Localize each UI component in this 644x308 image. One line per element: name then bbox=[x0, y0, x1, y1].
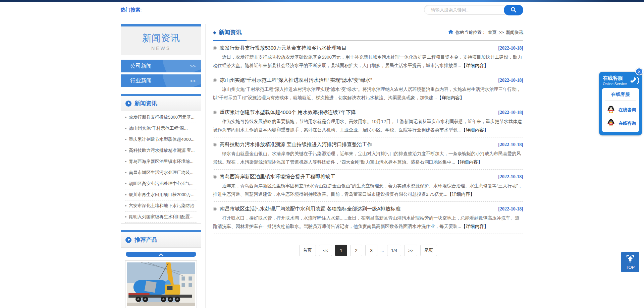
bullet-icon bbox=[125, 117, 126, 118]
sidebar-title: 新闻资讯 bbox=[121, 32, 201, 45]
sidebar-item-company-news[interactable]: 公司新闻 >> bbox=[121, 60, 201, 72]
sidebar-news-item[interactable]: 凉山州实施“千村示范工程”深... bbox=[125, 123, 197, 134]
sidebar-news-text: 农发行新县支行投放5300万元基... bbox=[129, 114, 195, 120]
article-summary: 近日，农发行新县支行成功投放农发基础设施基金5300万元，用于补充新县城乡污水处… bbox=[213, 53, 523, 70]
sidebar-news-item[interactable]: 银川市再生水回用项目获2000万... bbox=[125, 189, 197, 200]
article-bullet-icon bbox=[213, 207, 217, 211]
article-more-link[interactable]: 【详细内容】 bbox=[437, 95, 464, 100]
sidebar-news-text: 重庆累计创建节水型载体超4000... bbox=[129, 136, 195, 142]
play-icon bbox=[125, 101, 131, 107]
sidebar-item-industry-news[interactable]: 行业新闻 >> bbox=[121, 74, 201, 87]
article-summary-text: 凉山州实施“千村示范工程”深入推进农村污水治理实现“滤水”变“绿水”。将污水治理… bbox=[213, 87, 521, 100]
bullet-icon bbox=[125, 194, 126, 195]
article-date: [2022-10-18] bbox=[498, 110, 523, 115]
category-label: 行业新闻 bbox=[130, 77, 152, 84]
sidebar-news-text: 凉山州实施“千村示范工程”深... bbox=[129, 125, 188, 131]
section-title: ◆ 新闻资讯 bbox=[213, 28, 241, 36]
article-title[interactable]: 凉山州实施“千村示范工程”深入推进农村污水治理 实现“滤水”变“绿水” bbox=[220, 77, 495, 83]
article-title[interactable]: 农发行新县支行投放5300万元基金支持城乡污水处理项目 bbox=[220, 45, 495, 51]
sidebar: 新闻资讯 NEWS 公司新闻 >> 行业新闻 >> 新闻资讯 农发行新县支行投放… bbox=[121, 24, 201, 308]
pagination-button-1/4[interactable]: 1/4 bbox=[387, 245, 401, 256]
arrow-up-icon bbox=[626, 255, 635, 264]
sidebar-news-item[interactable]: 朝阳区高安屯污泥处理中心沼气... bbox=[125, 178, 197, 189]
article-bullet-icon bbox=[213, 78, 217, 82]
article-date: [2022-10-18] bbox=[498, 174, 523, 180]
service-consult-link: 在线咨询 bbox=[619, 107, 636, 113]
products-panel-header: 推荐产品 bbox=[121, 232, 201, 248]
sidebar-news-list: 农发行新县支行投放5300万元基...凉山州实施“千村示范工程”深...重庆累计… bbox=[121, 111, 201, 223]
article-more-link[interactable]: 【详细内容】 bbox=[461, 224, 488, 229]
sidebar-categories: 公司新闻 >> 行业新闻 >> bbox=[121, 60, 201, 87]
category-label: 公司新闻 bbox=[130, 63, 152, 70]
sidebar-news-item[interactable]: 重庆累计创建节水型载体超4000... bbox=[125, 134, 197, 145]
play-icon bbox=[125, 237, 131, 243]
article-title[interactable]: 南昌市城区生活污水处理厂均装配中水利用装置 各项指标全部达到一级A排放标准 bbox=[220, 206, 495, 212]
magnifier-icon bbox=[510, 6, 517, 14]
chevron-up-icon bbox=[158, 251, 164, 257]
sidebar-news-item[interactable]: 青岛西海岸新区泊里镇水环境综... bbox=[125, 156, 197, 167]
pagination-button-1[interactable]: 1 bbox=[335, 245, 347, 256]
service-row[interactable]: 在线咨询 bbox=[605, 119, 636, 128]
double-chevron-right-icon: >> bbox=[190, 78, 196, 83]
pagination-button-<<[interactable]: << bbox=[319, 245, 332, 256]
sidebar-news-item[interactable]: 南昌市城区生活污水处理厂均装... bbox=[125, 167, 197, 178]
pagination-button-3[interactable]: 3 bbox=[365, 245, 377, 256]
sidebar-accent-bar bbox=[121, 24, 201, 26]
article-more-link[interactable]: 【详细内容】 bbox=[447, 192, 475, 197]
article-summary: 绿水青山就是金山银山。水清岸净的关键在于污染源治理，近年来，宝山对入河排污口的排… bbox=[213, 149, 523, 166]
sidebar-news-item[interactable]: 农发行新县支行投放5300万元基... bbox=[125, 112, 197, 123]
article-list: 农发行新县支行投放5300万元基金支持城乡污水处理项目[2022-10-18]近… bbox=[213, 41, 523, 234]
diamond-icon: ◆ bbox=[213, 30, 216, 35]
news-panel-header: 新闻资讯 bbox=[121, 96, 201, 111]
bullet-icon bbox=[125, 161, 126, 162]
article-item: 重庆累计创建节水型载体超4000个 用水效率指标连续7年下降[2022-10-1… bbox=[213, 105, 523, 137]
sidebar-news-text: 昆明入列国家级再生水利用配置... bbox=[129, 214, 194, 220]
sidebar-news-text: 青岛西海岸新区泊里镇水环境综... bbox=[129, 159, 194, 165]
search-button[interactable] bbox=[504, 5, 523, 15]
pagination-button-首页[interactable]: 首页 bbox=[299, 245, 316, 256]
service-row[interactable]: 在线咨询 bbox=[605, 105, 636, 114]
article-date: [2022-10-18] bbox=[498, 78, 523, 83]
main-content: ◆ 新闻资讯 你的当前位置： 首页 >> 新闻资讯 农发行新县支行投放5300万… bbox=[205, 24, 523, 308]
pagination-button-2[interactable]: 2 bbox=[350, 245, 362, 256]
search-box bbox=[424, 5, 523, 15]
back-to-top-button[interactable]: TOP bbox=[621, 252, 639, 272]
home-icon bbox=[448, 29, 453, 36]
sidebar-news-item[interactable]: 昆明入列国家级再生水利用配置... bbox=[125, 211, 197, 223]
sidebar-subtitle: NEWS bbox=[121, 46, 201, 51]
products-scroll-up-button[interactable] bbox=[126, 252, 196, 257]
service-panel-title: 在线客服 bbox=[605, 91, 636, 101]
breadcrumb-current: 新闻资讯 bbox=[506, 29, 523, 36]
article-more-link[interactable]: 【详细内容】 bbox=[461, 63, 488, 68]
service-panel: 在线客服 在线咨询 在线咨询 bbox=[602, 88, 639, 132]
service-header: 在线客服 Online Service bbox=[602, 74, 639, 88]
top-button-label: TOP bbox=[626, 265, 635, 270]
article-title[interactable]: 青岛西海岸新区泊里镇水环境综合提升工程即将竣工 bbox=[220, 174, 495, 180]
pagination-button-尾页[interactable]: 尾页 bbox=[420, 245, 437, 256]
sidebar-news-item[interactable]: 六安市深化土壤和地下水污染防治 bbox=[125, 200, 197, 211]
article-more-link[interactable]: 【详细内容】 bbox=[461, 127, 488, 132]
sidebar-news-text: 南昌市城区生活污水处理厂均装... bbox=[129, 170, 194, 176]
article-title[interactable]: 高科技助力污水排放精准溯源 宝山持续推进入河排污口排查整治工作 bbox=[220, 141, 495, 148]
article-more-link[interactable]: 【详细内容】 bbox=[455, 160, 482, 165]
article-title[interactable]: 重庆累计创建节水型载体超4000个 用水效率指标连续7年下降 bbox=[220, 109, 495, 116]
product-card[interactable]: 无碱玻璃纤维一体化污水提升泵站 bbox=[125, 260, 197, 308]
product-list: 无碱玻璃纤维一体化污水提升泵站 bbox=[125, 260, 197, 308]
main-header: ◆ 新闻资讯 你的当前位置： 首页 >> 新闻资讯 bbox=[213, 24, 523, 41]
phone-icon bbox=[629, 75, 639, 87]
sidebar-products-panel: 推荐产品 bbox=[121, 230, 201, 308]
breadcrumb-home-link[interactable]: 首页 bbox=[488, 29, 497, 36]
article-item: 青岛西海岸新区泊里镇水环境综合提升工程即将竣工[2022-10-18]近年来，青… bbox=[213, 170, 523, 202]
pagination-button->>[interactable]: >> bbox=[404, 245, 417, 256]
online-service-widget: ✕ 在线客服 Online Service 在线客服 在线咨询 bbox=[599, 72, 642, 135]
product-image bbox=[125, 260, 197, 308]
article-summary-text: 近年来，青岛西海岸新区泊里镇牢固树立“绿水青山就是金山银山”的生态立镇理念，着力… bbox=[213, 183, 522, 197]
breadcrumb-prefix: 你的当前位置： bbox=[455, 29, 486, 36]
news-panel-title: 新闻资讯 bbox=[135, 100, 157, 107]
bullet-icon bbox=[125, 139, 126, 140]
products-panel-title: 推荐产品 bbox=[135, 236, 157, 244]
sidebar-news-item[interactable]: 高科技助力污水排放精准溯源 宝... bbox=[125, 145, 197, 156]
topbar: 热门搜索: bbox=[0, 2, 644, 18]
article-item: 凉山州实施“千村示范工程”深入推进农村污水治理 实现“滤水”变“绿水”[2022… bbox=[213, 73, 523, 105]
hot-search-label: 热门搜索: bbox=[121, 7, 142, 13]
